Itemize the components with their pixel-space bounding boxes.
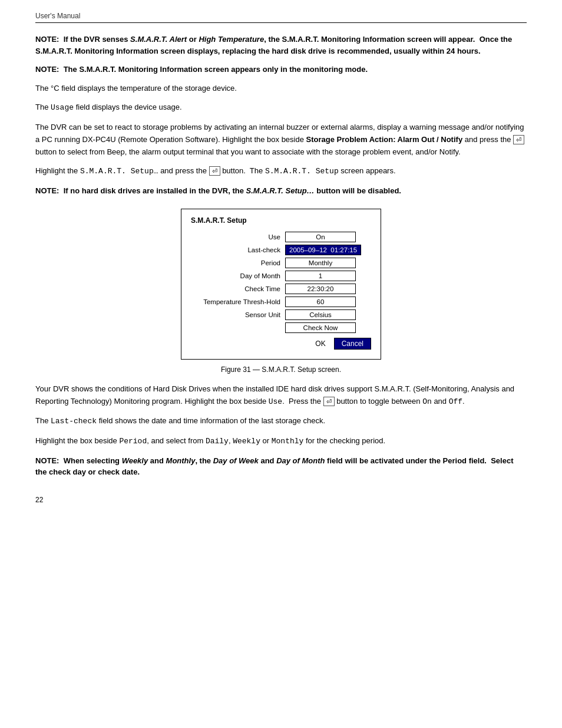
body-p4: Highlight the S.M.A.R.T. Setup… and pres… [35,165,527,178]
cancel-button[interactable]: Cancel [334,338,371,350]
body-p3: The DVR can be set to react to storage p… [35,121,527,158]
label-use: Use [191,233,285,241]
note-2: NOTE: The S.M.A.R.T. Monitoring Informat… [35,64,527,75]
smart-setup-dialog: S.M.A.R.T. Setup Use On Last-check 2005–… [181,209,381,360]
label-checktime: Check Time [191,285,285,292]
body-p6: The Last-check field shows the date and … [35,415,527,428]
value-period[interactable]: Monthly [285,258,356,268]
dialog-row-dayofmonth: Day of Month 1 [191,271,371,281]
value-sensorunit[interactable]: Celsius [285,309,356,320]
dialog-title: S.M.A.R.T. Setup [191,216,371,225]
label-period: Period [191,259,285,266]
label-dayofmonth: Day of Month [191,272,285,279]
value-checktime[interactable]: 22:30:20 [285,284,356,294]
body-p7: Highlight the box beside Period, and sel… [35,435,527,448]
page-number: 22 [35,496,527,504]
dialog-row-sensorunit: Sensor Unit Celsius [191,309,371,320]
value-tempthresh[interactable]: 60 [285,297,356,307]
label-lastcheck: Last-check [191,246,285,253]
value-use[interactable]: On [285,232,356,242]
dialog-container: S.M.A.R.T. Setup Use On Last-check 2005–… [35,209,527,360]
note-3: NOTE: If no hard disk drives are install… [35,185,527,197]
dialog-footer: OK Cancel [191,338,371,350]
check-now-button[interactable]: Check Now [285,322,356,333]
note-4: NOTE: When selecting Weekly and Monthly,… [35,455,527,478]
dialog-row-tempthresh: Temperature Thresh-Hold 60 [191,297,371,307]
dialog-row-period: Period Monthly [191,258,371,268]
body-p1: The °C field displays the temperature of… [35,83,527,95]
dialog-row-checktime: Check Time 22:30:20 [191,284,371,294]
body-p2: The Usage field displays the device usag… [35,101,527,114]
body-p5: Your DVR shows the conditions of Hard Di… [35,383,527,409]
dialog-row-lastcheck: Last-check 2005–09–12 01:27:15 [191,245,371,255]
value-dayofmonth[interactable]: 1 [285,271,356,281]
header-label: User's Manual [35,12,80,20]
dialog-row-checknow: Check Now [191,322,371,333]
figure-caption: Figure 31 — S.M.A.R.T. Setup screen. [35,365,527,374]
value-lastcheck[interactable]: 2005–09–12 01:27:15 [285,245,361,255]
label-sensorunit: Sensor Unit [191,311,285,318]
dialog-row-use: Use On [191,232,371,242]
label-tempthresh: Temperature Thresh-Hold [191,298,285,305]
ok-label[interactable]: OK [312,340,329,348]
note-1: NOTE: If the DVR senses S.M.A.R.T. Alert… [35,34,527,57]
page-header: User's Manual [35,12,527,23]
